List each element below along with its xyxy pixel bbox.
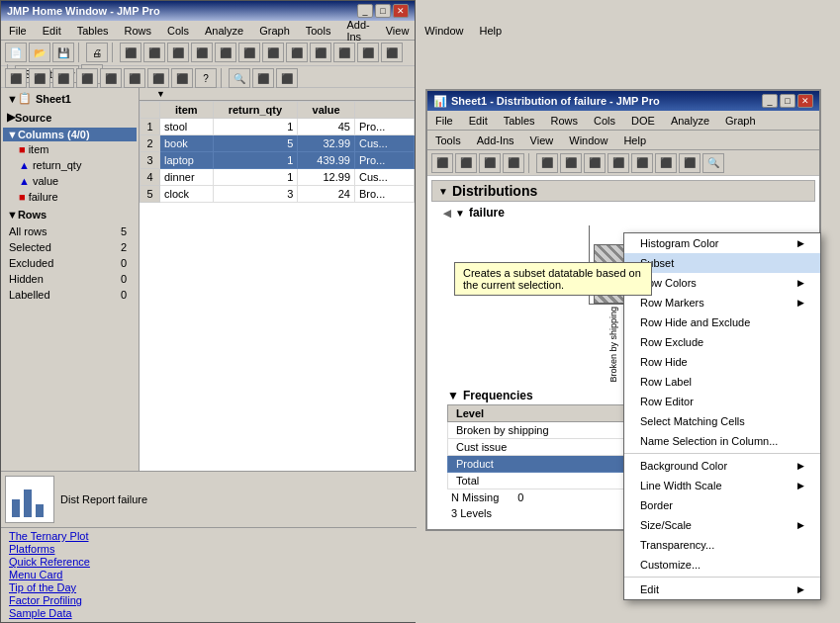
ctx-border[interactable]: Border [624,495,820,515]
link-factor[interactable]: Factor Profiling [9,594,409,606]
dist-menu-graph[interactable]: Graph [721,114,760,128]
cell-2-value[interactable]: 32.99 [298,135,355,152]
tb2-12[interactable]: ⬛ [276,68,298,88]
tb2-4[interactable]: ⬛ [76,68,98,88]
ctx-transparency[interactable]: Transparency... [624,535,820,555]
dist-minimize-btn[interactable]: _ [762,94,778,108]
btn13[interactable]: ⬛ [357,43,379,62]
ctx-background-color[interactable]: Background Color ▶ [624,456,820,476]
dist-tb10[interactable]: ⬛ [655,153,677,173]
link-platforms[interactable]: Platforms [9,543,409,555]
cell-1-item[interactable]: stool [160,119,214,135]
tb2-11[interactable]: ⬛ [252,68,274,88]
dist-tb7[interactable]: ⬛ [584,153,606,173]
menu-analyze[interactable]: Analyze [201,24,247,38]
col-header-item[interactable]: item [160,102,214,119]
cell-4-item[interactable]: dinner [160,169,214,186]
link-sampledata[interactable]: Sample Data [9,607,409,619]
menu-graph[interactable]: Graph [255,24,294,38]
cell-3-value[interactable]: 439.99 [298,152,355,169]
ctx-customize[interactable]: Customize... [624,555,820,575]
ctx-name-selection[interactable]: Name Selection in Column... [624,431,820,451]
menu-rows[interactable]: Rows [121,24,156,38]
dist-tb6[interactable]: ⬛ [560,153,582,173]
tb2-3[interactable]: ⬛ [52,68,74,88]
ctx-row-exclude[interactable]: Row Exclude [624,332,820,352]
tb2-1[interactable]: ⬛ [5,68,27,88]
dist-menu-cols[interactable]: Cols [590,114,619,128]
link-ternary[interactable]: The Ternary Plot [9,530,409,542]
btn3[interactable]: ⬛ [120,43,141,62]
cell-1-value[interactable]: 45 [298,119,355,135]
ctx-subset[interactable]: Subset [624,253,820,273]
cell-5-item[interactable]: clock [160,186,214,203]
cell-3-qty[interactable]: 1 [213,152,298,169]
cell-4-qty[interactable]: 1 [213,169,298,186]
cell-5-value[interactable]: 24 [298,186,355,203]
dist-menu-rows[interactable]: Rows [547,114,583,128]
menu-edit[interactable]: Edit [39,24,65,38]
save-btn[interactable]: 💾 [52,43,74,62]
sheet1-header[interactable]: ▼ 📋 Sheet1 [3,90,137,107]
dist-menu-doe[interactable]: DOE [627,114,659,128]
dist-tb1[interactable]: ⬛ [431,153,453,173]
cell-1-extra[interactable]: Pro... [355,119,415,135]
link-menucard[interactable]: Menu Card [9,569,409,580]
col-item-qty[interactable]: ▲ return_qty [3,157,137,173]
cell-3-extra[interactable]: Pro... [355,152,415,169]
cell-2-qty[interactable]: 5 [213,135,298,152]
btn8[interactable]: ⬛ [238,43,260,62]
btn5[interactable]: ⬛ [167,43,189,62]
btn11[interactable]: ⬛ [310,43,331,62]
dist-thumbnail[interactable] [5,476,54,523]
dist-menu-file[interactable]: File [431,114,457,128]
ctx-row-colors[interactable]: Row Colors ▶ [624,273,820,293]
dist-tb8[interactable]: ⬛ [607,153,629,173]
dist-tb9[interactable]: ⬛ [631,153,653,173]
source-header[interactable]: ▶ Source [3,109,137,126]
col-header-qty[interactable]: return_qty [213,102,298,119]
menu-help[interactable]: Help [475,24,506,38]
menu-tables[interactable]: Tables [73,24,113,38]
cell-5-extra[interactable]: Bro... [355,186,415,203]
btn10[interactable]: ⬛ [286,43,308,62]
tb2-10[interactable]: 🔍 [229,68,250,88]
minimize-button[interactable]: _ [357,4,373,18]
link-tipofday[interactable]: Tip of the Day [9,581,409,593]
col-item-value[interactable]: ▲ value [3,173,137,189]
tb2-6[interactable]: ⬛ [124,68,145,88]
cell-3-item[interactable]: laptop [160,152,214,169]
close-button[interactable]: ✕ [393,4,409,18]
tb2-7[interactable]: ⬛ [147,68,169,88]
menu-cols[interactable]: Cols [163,24,193,38]
btn12[interactable]: ⬛ [333,43,355,62]
ctx-row-editor[interactable]: Row Editor [624,392,820,411]
cell-4-extra[interactable]: Cus... [355,169,415,186]
dist-menu-help[interactable]: Help [619,134,650,147]
btn9[interactable]: ⬛ [262,43,284,62]
rows-header[interactable]: ▼ Rows [3,207,137,222]
dist-menu-tables[interactable]: Tables [500,114,539,128]
dist-menu-view[interactable]: View [526,134,558,147]
menu-view[interactable]: View [382,24,414,38]
ctx-row-hide[interactable]: Row Hide [624,352,820,372]
menu-file[interactable]: File [5,24,31,38]
maximize-button[interactable]: □ [375,4,391,18]
tb2-5[interactable]: ⬛ [100,68,122,88]
new-btn[interactable]: 📄 [5,43,27,62]
dist-maximize-btn[interactable]: □ [780,94,795,108]
btn6[interactable]: ⬛ [191,43,213,62]
col-item-failure[interactable]: ■ failure [3,189,137,205]
menu-tools[interactable]: Tools [302,24,335,38]
ctx-row-markers[interactable]: Row Markers ▶ [624,293,820,312]
dist-close-btn[interactable]: ✕ [797,94,813,108]
cell-1-qty[interactable]: 1 [213,119,298,135]
failure-header[interactable]: ◀ ▼ failure [439,204,815,222]
dist-menu-analyze[interactable]: Analyze [667,114,713,128]
dist-menu-window[interactable]: Window [565,134,611,147]
columns-header[interactable]: ▼ Columns (4/0) [3,128,137,141]
btn4[interactable]: ⬛ [143,43,165,62]
cell-5-qty[interactable]: 3 [213,186,298,203]
cell-2-extra[interactable]: Cus... [355,135,415,152]
col-dropdown-arrow[interactable]: ▼ [156,89,165,99]
